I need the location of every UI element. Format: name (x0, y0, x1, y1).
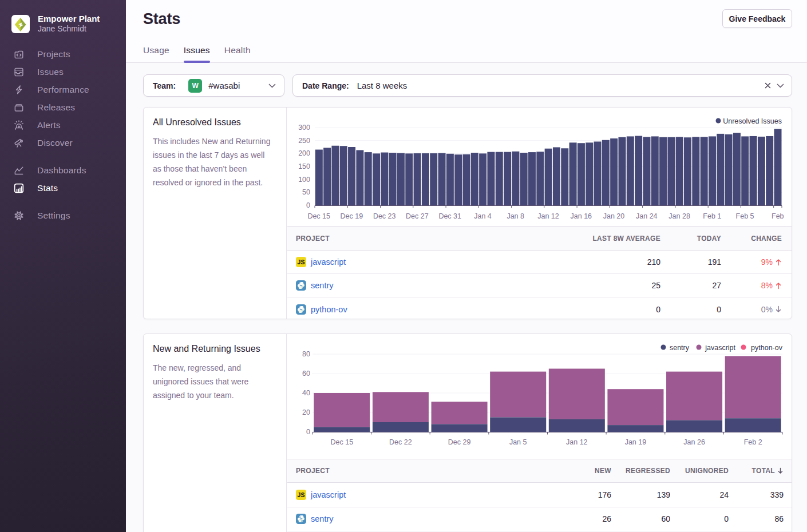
svg-text:Jan 24: Jan 24 (636, 212, 658, 220)
svg-text:Feb 1: Feb 1 (703, 212, 721, 220)
svg-text:Dec 31: Dec 31 (438, 212, 461, 220)
svg-text:Jan 16: Jan 16 (571, 212, 592, 220)
svg-text:Dec 15: Dec 15 (330, 438, 353, 446)
svg-text:Feb 5: Feb 5 (736, 212, 754, 220)
svg-text:80: 80 (302, 350, 310, 358)
svg-text:JS: JS (298, 259, 305, 265)
svg-text:Feb: Feb (772, 212, 784, 220)
svg-text:Jan 20: Jan 20 (603, 212, 625, 220)
svg-text:Jan 12: Jan 12 (537, 212, 559, 220)
svg-text:100: 100 (298, 176, 310, 184)
svg-text:Dec 29: Dec 29 (448, 438, 471, 446)
svg-text:0: 0 (306, 428, 310, 436)
svg-text:40: 40 (302, 389, 310, 397)
svg-text:60: 60 (302, 370, 310, 378)
svg-text:Jan 5: Jan 5 (509, 438, 527, 446)
svg-text:Dec 15: Dec 15 (307, 212, 330, 220)
svg-text:python-ov: python-ov (751, 344, 783, 352)
svg-text:Jan 28: Jan 28 (668, 212, 690, 220)
svg-text:Unresolved Issues: Unresolved Issues (723, 117, 782, 125)
svg-text:50: 50 (302, 188, 310, 196)
svg-text:Dec 23: Dec 23 (373, 212, 396, 220)
svg-text:300: 300 (298, 124, 310, 132)
svg-text:200: 200 (298, 149, 310, 157)
svg-text:Jan 19: Jan 19 (625, 438, 647, 446)
svg-text:Feb 2: Feb 2 (744, 438, 762, 446)
svg-text:Dec 27: Dec 27 (406, 212, 429, 220)
svg-text:0: 0 (306, 201, 310, 209)
svg-text:sentry: sentry (670, 344, 690, 352)
svg-text:javascript: javascript (705, 344, 735, 352)
svg-text:Jan 26: Jan 26 (683, 438, 705, 446)
svg-text:Jan 12: Jan 12 (566, 438, 588, 446)
svg-text:JS: JS (298, 491, 305, 498)
svg-text:Jan 4: Jan 4 (474, 212, 492, 220)
svg-text:20: 20 (302, 408, 310, 416)
svg-text:Dec 22: Dec 22 (389, 438, 412, 446)
svg-text:150: 150 (298, 162, 310, 170)
svg-text:Jan 8: Jan 8 (507, 212, 524, 220)
svg-text:Dec 19: Dec 19 (341, 212, 363, 220)
svg-text:250: 250 (298, 137, 310, 145)
